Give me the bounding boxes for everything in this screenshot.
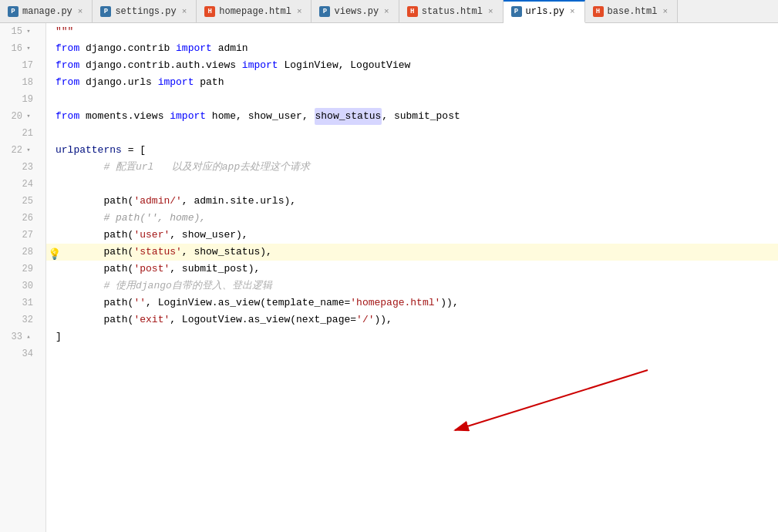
tab-label-manage: manage.py <box>22 6 72 17</box>
tab-bar: P manage.py × P settings.py × H homepage… <box>0 0 778 23</box>
code-line-26: # path('', home), <box>46 210 778 227</box>
tab-label-status: status.html <box>422 6 483 17</box>
code-line-18: from django.urls import path <box>46 74 778 91</box>
tab-icon-base: H <box>593 6 604 17</box>
code-line-29: path('post', submit_post), <box>46 261 778 278</box>
gutter-25: 25 <box>0 193 39 210</box>
gutter-32: 32 <box>0 311 39 328</box>
gutter-20: 20 ▾ <box>0 108 39 125</box>
gutter-17: 17 <box>0 57 39 74</box>
code-line-16: from django.contrib import admin <box>46 40 778 57</box>
code-line-31: path('', LoginView.as_view(template_name… <box>46 295 778 311</box>
gutter-16: 16 ▾ <box>0 40 39 57</box>
code-line-17: from django.contrib.auth.views import Lo… <box>46 57 778 74</box>
code-line-25: path('admin/', admin.site.urls), <box>46 193 778 210</box>
tab-icon-status: H <box>407 6 418 17</box>
code-lines: """ from django.contrib import admin fro… <box>46 23 778 532</box>
code-line-32: path('exit', LogoutView.as_view(next_pag… <box>46 311 778 328</box>
fold-22[interactable]: ▾ <box>24 146 33 155</box>
gutter-15: 15 ▾ <box>0 23 39 40</box>
gutter-23: 23 <box>0 159 39 176</box>
gutter-28: 28 <box>0 244 39 261</box>
gutter-26: 26 <box>0 210 39 227</box>
tab-icon-homepage: H <box>204 6 215 17</box>
gutter-22: 22 ▾ <box>0 142 39 159</box>
tab-close-settings[interactable]: × <box>180 6 189 17</box>
tab-views-py[interactable]: P views.py × <box>312 0 399 22</box>
tab-icon-views: P <box>319 6 330 17</box>
tab-close-homepage[interactable]: × <box>295 6 304 17</box>
gutter-21: 21 <box>0 125 39 142</box>
code-line-22: urlpatterns = [ <box>46 142 778 159</box>
fold-20[interactable]: ▾ <box>24 112 33 121</box>
fold-33[interactable]: ▴ <box>24 332 33 342</box>
fold-15[interactable]: ▾ <box>24 27 33 36</box>
code-line-27: path('user', show_user), <box>46 227 778 244</box>
code-area[interactable]: """ from django.contrib import admin fro… <box>46 23 778 532</box>
tab-status-html[interactable]: H status.html × <box>399 0 504 22</box>
line-number-gutter: 15 ▾ 16 ▾ 17 18 19 20 ▾ 21 22 ▾ 23 24 25… <box>0 23 46 532</box>
code-line-28: 💡 path('status', show_status), <box>46 244 778 261</box>
tab-icon-manage: P <box>8 6 19 17</box>
editor: 15 ▾ 16 ▾ 17 18 19 20 ▾ 21 22 ▾ 23 24 25… <box>0 23 778 532</box>
tab-label-base: base.html <box>608 6 658 17</box>
tab-manage-py[interactable]: P manage.py × <box>0 0 93 22</box>
code-line-23: # 配置url 以及对应的app去处理这个请求 <box>46 159 778 176</box>
gutter-33: 33 ▴ <box>0 328 39 345</box>
tab-close-manage[interactable]: × <box>76 6 85 17</box>
tab-homepage-html[interactable]: H homepage.html × <box>197 0 312 22</box>
tab-icon-urls: P <box>511 6 522 17</box>
gutter-34: 34 <box>0 345 39 362</box>
gutter-31: 31 <box>0 295 39 311</box>
gutter-27: 27 <box>0 227 39 244</box>
tab-settings-py[interactable]: P settings.py × <box>93 0 197 22</box>
tab-close-urls[interactable]: × <box>568 6 577 17</box>
gutter-30: 30 <box>0 278 39 295</box>
code-line-21 <box>46 125 778 142</box>
tab-base-html[interactable]: H base.html × <box>585 0 678 22</box>
tab-urls-py[interactable]: P urls.py × <box>504 0 585 23</box>
tab-label-views: views.py <box>334 6 379 17</box>
gutter-29: 29 <box>0 261 39 278</box>
fold-16[interactable]: ▾ <box>24 44 33 53</box>
tab-label-urls: urls.py <box>526 6 564 17</box>
tab-label-homepage: homepage.html <box>219 6 291 17</box>
code-line-24 <box>46 176 778 193</box>
code-line-34 <box>46 345 778 362</box>
gutter-24: 24 <box>0 176 39 193</box>
tab-close-views[interactable]: × <box>382 6 391 17</box>
tab-icon-settings: P <box>100 6 111 17</box>
tab-close-base[interactable]: × <box>661 6 669 17</box>
code-line-20: from moments.views import home, show_use… <box>46 108 778 125</box>
tab-close-status[interactable]: × <box>487 6 495 17</box>
tab-label-settings: settings.py <box>115 6 176 17</box>
code-line-19 <box>46 91 778 108</box>
code-line-33: ] <box>46 328 778 345</box>
gutter-19: 19 <box>0 91 39 108</box>
gutter-18: 18 <box>0 74 39 91</box>
code-line-15: """ <box>46 23 778 40</box>
code-line-30: # 使用django自带的登入、登出逻辑 <box>46 278 778 295</box>
